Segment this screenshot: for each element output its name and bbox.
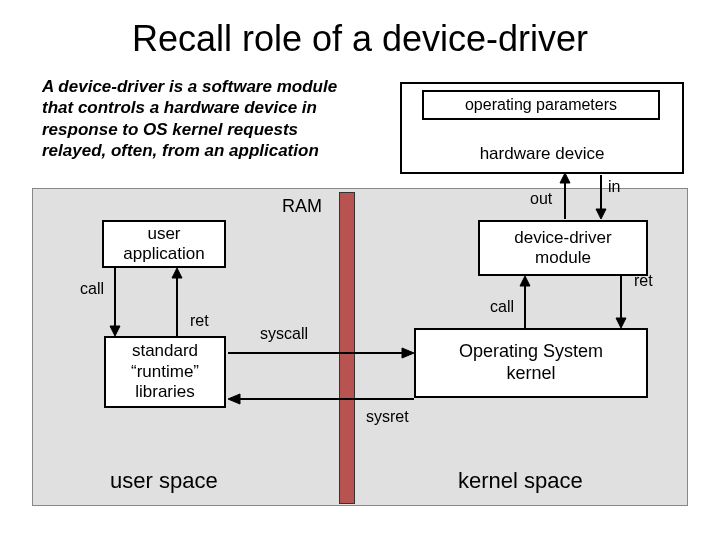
sysret-arrow-icon xyxy=(228,392,414,406)
svg-marker-9 xyxy=(110,326,120,336)
operating-parameters-text: operating parameters xyxy=(465,95,617,114)
ram-label: RAM xyxy=(282,196,322,217)
svg-marker-13 xyxy=(402,348,414,358)
out-arrow-icon xyxy=(558,173,572,219)
svg-marker-3 xyxy=(596,209,606,219)
runtime-libraries-box: standard “runtime” libraries xyxy=(104,336,226,408)
description-text: A device-driver is a software module tha… xyxy=(42,76,362,161)
ret-right-arrow-icon xyxy=(614,276,628,328)
slide-title: Recall role of a device-driver xyxy=(0,0,720,60)
call-left-label: call xyxy=(80,280,104,298)
svg-marker-15 xyxy=(228,394,240,404)
call-left-arrow-icon xyxy=(108,268,122,336)
call-right-arrow-icon xyxy=(518,276,532,328)
svg-marker-5 xyxy=(520,276,530,286)
svg-marker-7 xyxy=(616,318,626,328)
kernel-space-label: kernel space xyxy=(458,468,583,494)
syscall-arrow-icon xyxy=(228,346,414,360)
device-driver-text: device-driver module xyxy=(514,228,611,269)
sysret-label: sysret xyxy=(366,408,409,426)
device-driver-box: device-driver module xyxy=(478,220,648,276)
runtime-libraries-text: standard “runtime” libraries xyxy=(131,341,199,402)
svg-marker-1 xyxy=(560,173,570,183)
out-label: out xyxy=(530,190,552,208)
os-kernel-text: Operating System kernel xyxy=(459,341,603,384)
ret-right-label: ret xyxy=(634,272,653,290)
svg-marker-11 xyxy=(172,268,182,278)
hardware-device-text: hardware device xyxy=(480,144,605,164)
call-right-label: call xyxy=(490,298,514,316)
user-application-box: user application xyxy=(102,220,226,268)
in-arrow-icon xyxy=(594,175,608,219)
ret-left-label: ret xyxy=(190,312,209,330)
ret-left-arrow-icon xyxy=(170,268,184,336)
user-application-text: user application xyxy=(123,224,204,265)
in-label: in xyxy=(608,178,620,196)
syscall-label: syscall xyxy=(260,325,308,343)
os-kernel-box: Operating System kernel xyxy=(414,328,648,398)
user-space-label: user space xyxy=(110,468,218,494)
operating-parameters-box: operating parameters xyxy=(422,90,660,120)
